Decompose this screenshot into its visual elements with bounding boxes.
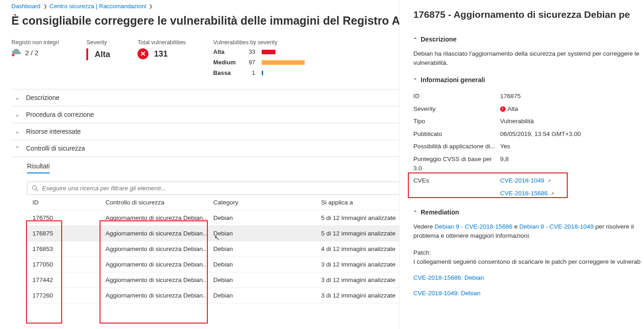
stat-label: Severity: [86, 39, 110, 46]
severity-dot-icon: [500, 106, 506, 112]
stat-label: Vulnerabilities by severity: [213, 39, 305, 46]
accordion-affected-resources[interactable]: ⌄ Risorse interessate: [11, 123, 399, 140]
breadcrumb-security-center[interactable]: Centro sicurezza | Raccomandazioni: [50, 3, 146, 10]
remediation-link[interactable]: Debian 9 - CVE-2018-1049: [519, 223, 594, 230]
chevron-down-icon: ⌄: [15, 95, 21, 101]
remediation-link[interactable]: Debian 9 - CVE-2018-15686: [435, 223, 512, 230]
accordion-description[interactable]: ⌄ Descrizione: [11, 89, 399, 106]
bar-orange-icon: [262, 60, 305, 65]
table-header-row: ID Controllo di sicurezza Category Si ap…: [27, 195, 400, 210]
cell-applies: 3 di 12 immagini analizzate: [321, 261, 396, 268]
chevron-up-icon: ⌃: [413, 210, 417, 215]
sev-medium-value: 97: [246, 59, 255, 66]
info-value: Vulnerabilità: [500, 117, 644, 126]
bar-red-icon: [262, 50, 275, 54]
cell-category: Debian: [213, 261, 321, 268]
col-id[interactable]: ID: [32, 199, 106, 206]
stat-unhealthy-registries: Registri non integri ! 2 / 2: [11, 39, 59, 80]
stat-value: 131: [154, 49, 168, 59]
sev-high-value: 33: [246, 48, 255, 55]
cell-category: Debian: [213, 230, 321, 237]
stat-total-vulnerabilities: Total vulnerabilities ✕ 131: [137, 39, 186, 80]
cell-control: Aggiornamento di sicurezza Debian...: [106, 245, 213, 252]
accordion-label: Controlli di sicurezza: [26, 145, 85, 152]
info-key: ID: [413, 92, 500, 101]
cell-category: Debian: [213, 214, 321, 221]
patch-text: I collegamenti seguenti consentono di sc…: [413, 257, 644, 266]
info-value: CVE-2018-15686↗: [500, 189, 644, 198]
error-icon: ✕: [137, 48, 148, 59]
cell-applies: 3 di 12 immagini analizzate: [321, 277, 396, 283]
detail-panel: 176875 - Aggiornamento di sicurezza Debi…: [400, 0, 644, 329]
tab-label: Risultati: [27, 162, 50, 173]
info-value: 06/05/2019, 13:54 GMT+3.00: [500, 130, 644, 139]
cell-control: Aggiornamento di sicurezza Debian...: [106, 261, 213, 268]
search-input[interactable]: [42, 185, 396, 192]
chevron-down-icon: ⌄: [15, 112, 21, 118]
table-row[interactable]: 177050 Aggiornamento di sicurezza Debian…: [27, 257, 400, 272]
detail-general-info-header[interactable]: ⌃ Informazioni generali: [413, 76, 644, 84]
search-box[interactable]: [27, 182, 400, 195]
table-row[interactable]: 176750 Aggiornamento di sicurezza Debian…: [27, 210, 400, 226]
cell-control: Aggiornamento di sicurezza Debian...: [106, 277, 213, 283]
stat-label: Registri non integri: [11, 39, 59, 46]
cve-link[interactable]: CVE-2018-15686: [500, 190, 548, 197]
detail-description-header[interactable]: ⌃ Descrizione: [413, 36, 644, 43]
cell-control: Aggiornamento di sicurezza Debian...: [106, 292, 213, 299]
cell-applies: 4 di 12 immagini analizzate: [321, 245, 396, 252]
col-category[interactable]: Category: [213, 199, 321, 206]
patch-label: Patch:: [413, 248, 644, 257]
cell-control: Aggiornamento di sicurezza Debian...: [106, 214, 213, 221]
cell-applies: 3 di 12 immagini analizzate: [321, 292, 396, 299]
detail-title: 176875 - Aggiornamento di sicurezza Debi…: [413, 9, 644, 20]
accordion-label: Descrizione: [26, 94, 59, 101]
tab-results[interactable]: Risultati: [11, 157, 399, 173]
stat-label: Total vulnerabilities: [137, 39, 186, 46]
results-table: ID Controllo di sicurezza Category Si ap…: [27, 195, 400, 303]
page-title: È consigliabile correggere le vulnerabil…: [11, 14, 399, 27]
chevron-down-icon: ⌄: [15, 129, 21, 135]
sev-low-value: 1: [246, 69, 255, 76]
sev-medium-label: Medium: [213, 59, 240, 66]
chevron-up-icon: ⌃: [413, 37, 417, 42]
stat-vuln-by-severity: Vulnerabilities by severity Alta 33 Medi…: [213, 39, 305, 80]
section-label: Remediation: [421, 209, 459, 216]
info-value: 176875: [500, 92, 644, 101]
cell-id: 176875: [32, 230, 106, 237]
stat-severity: Severity Alta: [86, 39, 110, 80]
stat-value: 2 / 2: [25, 49, 38, 57]
main-panel: Dashboard ❯ Centro sicurezza | Raccomand…: [0, 0, 400, 329]
info-key: Severity: [413, 104, 500, 114]
chevron-right-icon: ❯: [43, 4, 47, 9]
remediation-text: Vedere Debian 9 - CVE-2018-15686 e Debia…: [413, 222, 644, 298]
accordion-security-controls[interactable]: ⌃ Controlli di sicurezza: [11, 140, 399, 157]
external-link-icon: ↗: [547, 178, 551, 183]
cell-applies: 5 di 12 Immagini analizzate: [321, 214, 396, 221]
svg-point-2: [32, 185, 37, 189]
detail-remediation-header[interactable]: ⌃ Remediation: [413, 209, 644, 216]
severity-text: Alta: [507, 105, 518, 112]
chevron-up-icon: ⌃: [15, 146, 21, 151]
col-control[interactable]: Controllo di sicurezza: [106, 199, 213, 206]
info-value: CVE-2018-1049↗: [500, 176, 644, 185]
table-row[interactable]: 177442 Aggiornamento di sicurezza Debian…: [27, 272, 400, 288]
chevron-right-icon: ❯: [149, 4, 153, 9]
patch-link[interactable]: CVE-2018-1049: Debian: [413, 290, 480, 297]
table-row[interactable]: 176875 Aggiornamento di sicurezza Debian…: [27, 226, 400, 241]
info-value: Alta: [500, 104, 644, 114]
detail-description-text: Debian ha rilasciato l'aggiornamento del…: [413, 49, 644, 67]
breadcrumb: Dashboard ❯ Centro sicurezza | Raccomand…: [11, 0, 399, 14]
accordion: ⌄ Descrizione ⌄ Procedura di correzione …: [11, 89, 399, 157]
svg-line-3: [36, 189, 38, 191]
info-key: CVEs: [413, 176, 500, 185]
breadcrumb-dashboard[interactable]: Dashboard: [11, 3, 41, 10]
table-row[interactable]: 177260 Aggiornamento di sicurezza Debian…: [27, 288, 400, 303]
accordion-remediation-steps[interactable]: ⌄ Procedura di correzione: [11, 106, 399, 123]
accordion-label: Procedura di correzione: [26, 111, 94, 118]
col-applies[interactable]: Si applica a: [321, 199, 396, 206]
cve-link[interactable]: CVE-2018-1049: [500, 177, 544, 184]
cell-control: Aggiornamento di sicurezza Debian...: [106, 230, 213, 237]
patch-link[interactable]: CVE-2018-15686: Debian: [413, 274, 484, 281]
table-row[interactable]: 176853 Aggiornamento di sicurezza Debian…: [27, 241, 400, 257]
cell-applies: 5 di 12 immagini analizzate: [321, 230, 396, 237]
